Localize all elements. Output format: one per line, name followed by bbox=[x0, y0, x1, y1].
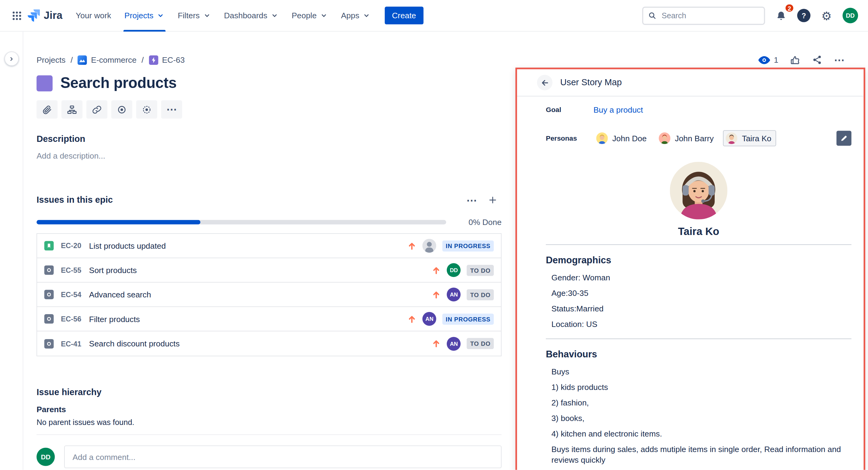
nav-people[interactable]: People bbox=[285, 0, 334, 31]
logo-text: Jira bbox=[44, 9, 63, 22]
page-title: Search products bbox=[60, 75, 177, 92]
goal-link[interactable]: Buy a product bbox=[593, 105, 643, 114]
comment-composer: DD bbox=[36, 445, 501, 468]
topbar-right-group: 2 ? ⚙ DD bbox=[642, 6, 858, 25]
epic-issue-list: EC-20 List products updated IN PROGRESS … bbox=[36, 233, 501, 356]
issue-view: Search products ⋯ Description Add a desc… bbox=[36, 70, 501, 470]
add-child-issue-button[interactable] bbox=[61, 100, 83, 118]
project-avatar-icon bbox=[78, 55, 87, 64]
jira-logo[interactable]: Jira bbox=[28, 9, 62, 22]
nav-projects[interactable]: Projects bbox=[118, 0, 171, 31]
comment-input[interactable] bbox=[64, 445, 501, 468]
epic-color-icon bbox=[36, 76, 53, 92]
demographics-heading: Demographics bbox=[546, 255, 851, 266]
arrow-left-icon bbox=[540, 79, 549, 87]
persona-chip-taira-ko[interactable]: Taira Ko bbox=[723, 130, 776, 146]
toolbar-more-button[interactable]: ⋯ bbox=[161, 100, 182, 118]
epic-issues-actions: ⋯ bbox=[463, 191, 501, 209]
create-button[interactable]: Create bbox=[385, 7, 423, 24]
issue-key-link[interactable]: EC-55 bbox=[61, 266, 81, 274]
status-badge[interactable]: TO DO bbox=[467, 338, 494, 349]
attach-button[interactable] bbox=[36, 100, 58, 118]
issue-key-link[interactable]: EC-54 bbox=[61, 290, 81, 299]
priority-up-icon bbox=[432, 339, 441, 348]
issue-key-link[interactable]: EC-20 bbox=[61, 242, 81, 250]
status-badge[interactable]: TO DO bbox=[467, 289, 494, 300]
add-issue-button[interactable] bbox=[484, 191, 501, 209]
breadcrumb-separator: / bbox=[70, 55, 73, 64]
issue-title-row: Search products bbox=[36, 75, 501, 92]
status-badge[interactable]: IN PROGRESS bbox=[442, 240, 494, 251]
issue-row[interactable]: EC-41 Search discount products AN TO DO bbox=[37, 331, 501, 356]
persona-chips: John Doe John Barry Taira Ko bbox=[593, 130, 776, 146]
primary-nav: Your work Projects Filters Dashboards Pe… bbox=[69, 0, 377, 31]
scope-button[interactable] bbox=[111, 100, 132, 118]
issue-row[interactable]: EC-20 List products updated IN PROGRESS bbox=[37, 234, 501, 258]
watch-button[interactable]: 1 bbox=[755, 55, 782, 65]
description-placeholder[interactable]: Add a description... bbox=[36, 151, 501, 160]
epic-issues-more-button[interactable]: ⋯ bbox=[463, 191, 480, 209]
chevron-down-icon bbox=[363, 11, 370, 19]
search-input[interactable] bbox=[660, 11, 759, 21]
share-button[interactable] bbox=[808, 51, 826, 68]
link-icon bbox=[92, 105, 102, 114]
issue-type-icon bbox=[44, 314, 54, 324]
global-search bbox=[642, 6, 765, 25]
nav-filters[interactable]: Filters bbox=[171, 0, 217, 31]
issue-row[interactable]: EC-54 Advanced search AN TO DO bbox=[37, 283, 501, 307]
plus-icon bbox=[488, 195, 498, 205]
like-button[interactable] bbox=[786, 51, 804, 68]
user-avatar[interactable]: DD bbox=[842, 8, 858, 23]
more-actions-button[interactable]: ⋯ bbox=[830, 51, 848, 68]
nav-apps[interactable]: Apps bbox=[334, 0, 377, 31]
app-switcher-button[interactable] bbox=[8, 7, 25, 24]
ellipsis-icon: ⋯ bbox=[834, 55, 845, 65]
eye-icon bbox=[758, 56, 770, 64]
nav-your-work[interactable]: Your work bbox=[69, 0, 118, 31]
issue-type-icon bbox=[44, 290, 54, 299]
hierarchy-heading: Issue hierarchy bbox=[36, 387, 501, 397]
breadcrumb-issue-key[interactable]: EC-63 bbox=[149, 55, 185, 64]
notifications-button[interactable]: 2 bbox=[772, 7, 790, 24]
breadcrumb-project[interactable]: E-commerce bbox=[78, 55, 136, 64]
status-badge[interactable]: IN PROGRESS bbox=[442, 313, 494, 324]
breadcrumb-projects[interactable]: Projects bbox=[36, 55, 65, 64]
ellipsis-icon: ⋯ bbox=[166, 104, 177, 115]
section-divider bbox=[36, 434, 501, 435]
behaviours-heading: Behaviours bbox=[546, 349, 851, 360]
persona-avatar-icon bbox=[659, 133, 670, 144]
demographic-line: Gender: Woman bbox=[551, 273, 851, 284]
persona-avatar-icon bbox=[726, 133, 738, 144]
chevron-down-icon bbox=[320, 11, 328, 19]
behaviour-line: Buys bbox=[551, 367, 851, 378]
paperclip-icon bbox=[42, 105, 52, 114]
issue-toolbar: ⋯ bbox=[36, 100, 501, 118]
demographic-line: Location: US bbox=[551, 319, 851, 330]
story-type-icon bbox=[44, 241, 54, 251]
priority-up-icon bbox=[432, 266, 441, 274]
behaviour-line: 3) books, bbox=[551, 413, 851, 424]
epic-issues-header: Issues in this epic ⋯ bbox=[36, 191, 501, 209]
jira-page: Jira Your work Projects Filters Dashboar… bbox=[0, 0, 868, 470]
issue-key-link[interactable]: EC-41 bbox=[61, 340, 81, 348]
help-button[interactable]: ? bbox=[797, 9, 810, 22]
pencil-icon bbox=[840, 135, 848, 142]
description-heading: Description bbox=[36, 134, 501, 144]
progress-bar-fill bbox=[36, 220, 200, 225]
persona-chip-john-doe[interactable]: John Doe bbox=[593, 130, 651, 146]
nav-dashboards[interactable]: Dashboards bbox=[217, 0, 285, 31]
issue-row[interactable]: EC-56 Filter products AN IN PROGRESS bbox=[37, 307, 501, 331]
issue-row[interactable]: EC-55 Sort products DD TO DO bbox=[37, 258, 501, 283]
link-issue-button[interactable] bbox=[86, 100, 107, 118]
settings-button[interactable]: ⚙ bbox=[817, 7, 835, 24]
chevron-down-icon bbox=[203, 11, 211, 19]
progress-done-label: 0% Done bbox=[446, 218, 501, 227]
status-badge[interactable]: TO DO bbox=[467, 265, 494, 275]
issue-key-link[interactable]: EC-56 bbox=[61, 315, 81, 323]
back-button[interactable] bbox=[537, 75, 553, 90]
personas-label: Personas bbox=[546, 134, 594, 142]
focus-button[interactable] bbox=[136, 100, 157, 118]
persona-chip-john-barry[interactable]: John Barry bbox=[656, 130, 719, 146]
sidebar-expand-button[interactable] bbox=[5, 52, 19, 66]
edit-personas-button[interactable] bbox=[836, 131, 851, 146]
